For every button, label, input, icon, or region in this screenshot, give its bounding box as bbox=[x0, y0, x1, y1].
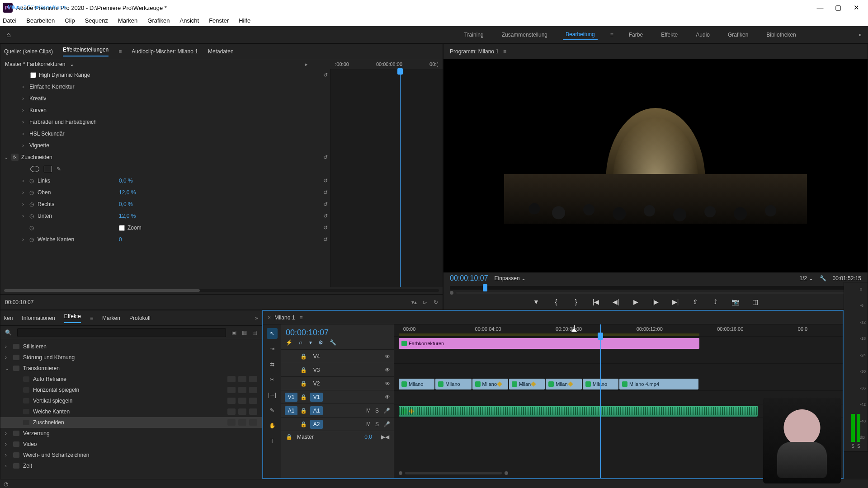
clip-video[interactable]: Milano bbox=[435, 379, 471, 389]
extract-icon[interactable]: ⤴ bbox=[710, 298, 720, 305]
record-toggle[interactable]: 🎤 bbox=[383, 408, 390, 414]
track-output-icon[interactable]: 👁 bbox=[385, 380, 390, 387]
leaf-kanten[interactable]: Weiche Kanten bbox=[33, 408, 70, 415]
solo-toggle[interactable]: S bbox=[375, 421, 379, 427]
master-value[interactable]: 0,0 bbox=[364, 434, 372, 440]
search-icon[interactable]: 🔍 bbox=[5, 329, 12, 336]
lock-icon[interactable]: 🔒 bbox=[300, 408, 307, 414]
node-weich[interactable]: Weich- und Scharfzeichnen bbox=[23, 452, 90, 458]
goto-in-icon[interactable]: |◀ bbox=[591, 298, 601, 305]
src-v1[interactable]: V1 bbox=[285, 393, 297, 402]
marker-icon[interactable]: ▼ bbox=[531, 298, 541, 305]
prop-kanten-value[interactable]: 0 bbox=[119, 236, 160, 243]
expand-icon[interactable]: › bbox=[22, 236, 29, 243]
tab-effekte[interactable]: Effekte bbox=[64, 313, 81, 323]
export-frame-icon[interactable]: 📷 bbox=[730, 298, 740, 305]
menu-clip[interactable]: Clip bbox=[65, 17, 75, 24]
ws-bibliotheken[interactable]: Bibliotheken bbox=[764, 30, 798, 40]
zoom-checkbox[interactable] bbox=[119, 225, 125, 231]
tab-quelle[interactable]: Quelle: (keine Clips) bbox=[4, 48, 53, 55]
menu-marken[interactable]: Marken bbox=[118, 17, 137, 24]
audio-meters[interactable]: 0 -6 -12 -18 -24 -30 -36 -42 -48 dB SS bbox=[844, 282, 868, 452]
resolution-dropdown[interactable]: 1/2 ⌄ bbox=[800, 275, 813, 282]
program-video-frame[interactable] bbox=[504, 89, 807, 243]
close-button[interactable]: ✕ bbox=[847, 4, 865, 12]
grp-farbraeder[interactable]: Farbräder und Farbabgleich bbox=[29, 119, 97, 125]
node-video[interactable]: Video bbox=[23, 441, 37, 447]
snap-icon[interactable]: ⚡ bbox=[286, 339, 292, 346]
clip-audio[interactable] bbox=[399, 406, 758, 417]
expand-icon[interactable]: › bbox=[22, 201, 29, 207]
expand-icon[interactable]: › bbox=[22, 131, 29, 137]
stopwatch-icon[interactable]: ◷ bbox=[29, 189, 38, 196]
ws-effekte[interactable]: Effekte bbox=[658, 30, 680, 40]
expand-icon[interactable]: › bbox=[5, 354, 10, 361]
reset-icon[interactable]: ↺ bbox=[323, 201, 328, 207]
master-meter-icon[interactable]: ▶◀ bbox=[381, 434, 389, 440]
expand-icon[interactable]: › bbox=[22, 213, 29, 219]
track-v2[interactable]: V2 bbox=[310, 379, 323, 388]
timeline-timecode[interactable]: 00:00:10:07 bbox=[281, 324, 394, 339]
node-zeit[interactable]: Zeit bbox=[23, 463, 32, 469]
loop-icon[interactable]: ↻ bbox=[434, 299, 438, 305]
track-v1[interactable]: V1 bbox=[310, 393, 323, 402]
timeline-ruler[interactable]: 00:00 00:00:04:00 00:00:08:00 00:00:12:0… bbox=[394, 324, 843, 336]
menu-grafiken[interactable]: Grafiken bbox=[147, 17, 170, 24]
tab-marken[interactable]: Marken bbox=[102, 315, 120, 321]
reset-icon[interactable]: ↺ bbox=[323, 236, 328, 243]
goto-out-icon[interactable]: ▶| bbox=[670, 298, 680, 305]
maximize-button[interactable]: ▢ bbox=[829, 4, 847, 12]
home-icon[interactable]: ⌂ bbox=[6, 31, 11, 39]
lock-icon[interactable]: 🔒 bbox=[300, 367, 307, 373]
wrench-icon[interactable]: 🔧 bbox=[820, 275, 826, 282]
tab-effekteinstellungen[interactable]: Effekteinstellungen bbox=[63, 47, 108, 56]
tab-audioclip-mischer[interactable]: Audioclip-Mischer: Milano 1 bbox=[132, 48, 198, 55]
marker-add-icon[interactable]: ▾ bbox=[309, 339, 312, 346]
fit-dropdown[interactable]: Einpassen ⌄ bbox=[495, 275, 526, 282]
play-only-icon[interactable]: ▻ bbox=[423, 299, 427, 305]
ec-mini-tc-play-icon[interactable]: ▸ bbox=[305, 61, 308, 67]
zoom-handle-left[interactable] bbox=[399, 471, 402, 475]
linked-sel-icon[interactable]: ∩ bbox=[299, 339, 303, 346]
chevron-down-icon[interactable]: ⌄ bbox=[70, 61, 74, 67]
pen-tool-icon[interactable]: ✎ bbox=[267, 405, 278, 416]
mute-toggle[interactable]: M bbox=[366, 421, 371, 427]
mask-rect-icon[interactable] bbox=[44, 166, 52, 172]
fxtype-2-icon[interactable]: ▦ bbox=[242, 329, 247, 336]
clip-video[interactable]: Milano 4.mp4 bbox=[619, 379, 698, 389]
expand-icon[interactable]: › bbox=[22, 178, 29, 184]
leaf-zuschneiden[interactable]: Zuschneiden bbox=[33, 419, 64, 426]
type-tool-icon[interactable]: T bbox=[267, 436, 278, 446]
tab-ken[interactable]: ken bbox=[4, 315, 13, 321]
selection-tool-icon[interactable]: ↖ bbox=[267, 328, 278, 339]
panel-menu-icon[interactable]: ≡ bbox=[90, 315, 93, 321]
clip-video[interactable]: Milano bbox=[399, 379, 434, 389]
prop-unten-value[interactable]: 12,0 % bbox=[119, 213, 160, 219]
ws-farbe[interactable]: Farbe bbox=[626, 30, 646, 40]
panel-menu-icon[interactable]: ≡ bbox=[299, 314, 302, 321]
keyframe-icon[interactable] bbox=[568, 381, 573, 386]
ws-audio[interactable]: Audio bbox=[693, 30, 712, 40]
ws-zusammenstellung[interactable]: Zusammenstellung bbox=[499, 30, 550, 40]
expand-icon[interactable]: › bbox=[22, 107, 29, 113]
lock-icon[interactable]: 🔒 bbox=[286, 434, 292, 440]
stopwatch-icon[interactable]: ◷ bbox=[29, 213, 38, 219]
reset-icon[interactable]: ↺ bbox=[323, 154, 328, 160]
record-toggle[interactable]: 🎤 bbox=[383, 421, 390, 427]
expand-icon[interactable]: › bbox=[5, 463, 10, 469]
leaf-vspiegeln[interactable]: Vertikal spiegeln bbox=[33, 398, 72, 404]
track-output-icon[interactable]: 👁 bbox=[385, 394, 390, 400]
lock-icon[interactable]: 🔒 bbox=[300, 394, 307, 400]
expand-icon[interactable]: › bbox=[5, 441, 10, 447]
lock-icon[interactable]: 🔒 bbox=[300, 380, 307, 387]
grp-kreativ[interactable]: Kreativ bbox=[29, 95, 46, 102]
razor-tool-icon[interactable]: ✂ bbox=[267, 374, 278, 385]
lock-icon[interactable]: 🔒 bbox=[300, 421, 307, 427]
expand-icon[interactable]: › bbox=[5, 430, 10, 436]
ws-training[interactable]: Training bbox=[462, 30, 486, 40]
expand-icon[interactable]: › bbox=[22, 142, 29, 149]
clip-video[interactable]: Milan bbox=[509, 379, 545, 389]
grp-hsl[interactable]: HSL Sekundär bbox=[29, 131, 65, 137]
expand-icon[interactable]: › bbox=[22, 189, 29, 196]
effect-zuschneiden[interactable]: Zuschneiden bbox=[21, 154, 52, 160]
